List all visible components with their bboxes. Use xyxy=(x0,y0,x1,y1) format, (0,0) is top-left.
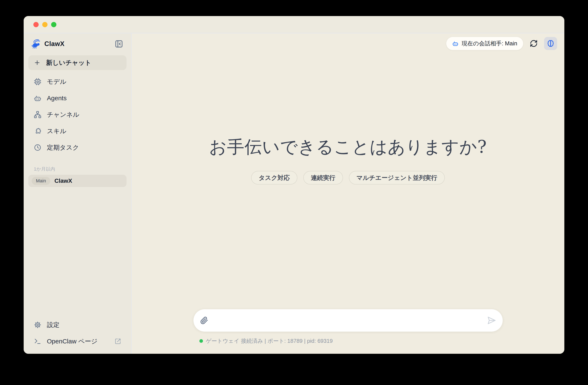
external-link-icon xyxy=(115,338,121,344)
minimize-button[interactable] xyxy=(42,22,47,27)
app-title: ClawX xyxy=(44,40,65,48)
refresh-icon xyxy=(530,40,538,47)
welcome-headline: お手伝いできることはありますか? xyxy=(132,136,564,159)
status-dot-icon xyxy=(199,339,203,343)
message-input[interactable] xyxy=(213,317,483,324)
sidebar-item-scheduled-tasks[interactable]: 定期タスク xyxy=(28,139,126,156)
conversation-label: 現在の会話相手: Main xyxy=(462,40,517,47)
status-text: ゲートウェイ 接続済み | ポート: 18789 | pid: 69319 xyxy=(206,337,333,345)
robot-icon xyxy=(452,40,459,47)
panel-collapse-icon xyxy=(115,40,123,48)
new-chat-button[interactable]: 新しいチャット xyxy=(28,55,126,70)
sidebar-item-channels[interactable]: チャンネル xyxy=(28,106,126,123)
chip-continuous-run[interactable]: 連続実行 xyxy=(303,171,343,184)
lobster-logo-icon xyxy=(31,39,41,49)
sidebar-item-label: チャンネル xyxy=(47,110,79,119)
robot-icon xyxy=(34,94,42,102)
sidebar-item-settings[interactable]: 設定 xyxy=(28,317,126,333)
new-chat-label: 新しいチャット xyxy=(46,59,91,67)
plus-icon xyxy=(34,59,41,66)
sidebar: ClawX 新しいチャット xyxy=(24,33,132,354)
chip-multi-agent-parallel[interactable]: マルチエージェント並列実行 xyxy=(349,171,445,184)
attach-button[interactable] xyxy=(200,316,208,324)
main-area: 現在の会話相手: Main お手伝いできることはありますか? xyxy=(132,33,564,354)
sidebar-item-label: 設定 xyxy=(47,321,60,329)
network-icon xyxy=(34,111,42,118)
history-section-label: 1か月以内 xyxy=(28,166,126,171)
agent-badge: Main xyxy=(32,177,50,185)
suggestion-chips: タスク対応 連続実行 マルチエージェント並列実行 xyxy=(132,171,564,184)
maximize-button[interactable] xyxy=(51,22,56,27)
message-composer[interactable] xyxy=(193,309,503,332)
clock-icon xyxy=(34,144,42,151)
sidebar-item-models[interactable]: モデル xyxy=(28,73,126,90)
send-icon xyxy=(487,316,496,325)
sidebar-item-openclaw-page[interactable]: OpenClaw ページ xyxy=(28,333,126,349)
sidebar-item-agents[interactable]: Agents xyxy=(28,90,126,106)
sidebar-footer: 設定 OpenClaw ページ xyxy=(28,317,126,349)
brain-button[interactable] xyxy=(544,37,557,50)
sidebar-item-skills[interactable]: スキル xyxy=(28,123,126,139)
sidebar-item-label: モデル xyxy=(47,78,66,86)
chat-history-item[interactable]: Main ClawX xyxy=(28,175,126,187)
send-button[interactable] xyxy=(487,316,496,325)
sidebar-item-label: スキル xyxy=(47,127,66,136)
gateway-status: ゲートウェイ 接続済み | ポート: 18789 | pid: 69319 xyxy=(199,337,333,345)
sidebar-nav: モデル Agents xyxy=(28,73,126,156)
collapse-sidebar-button[interactable] xyxy=(114,39,124,49)
puzzle-icon xyxy=(34,127,42,135)
brain-icon xyxy=(546,40,555,47)
sidebar-item-label: Agents xyxy=(47,95,66,102)
chip-task-support[interactable]: タスク対応 xyxy=(251,171,297,184)
header-controls: 現在の会話相手: Main xyxy=(446,37,557,50)
chat-title: ClawX xyxy=(55,178,72,184)
current-conversation-pill[interactable]: 現在の会話相手: Main xyxy=(446,37,523,50)
close-button[interactable] xyxy=(33,22,39,27)
paperclip-icon xyxy=(200,316,208,324)
terminal-icon xyxy=(34,338,42,345)
sidebar-item-label: OpenClaw ページ xyxy=(47,337,98,346)
sidebar-header: ClawX xyxy=(28,37,126,51)
titlebar xyxy=(24,16,564,33)
refresh-button[interactable] xyxy=(530,40,538,47)
app-body: ClawX 新しいチャット xyxy=(24,33,564,354)
cpu-icon xyxy=(34,78,42,85)
app-window: ClawX 新しいチャット xyxy=(24,16,564,354)
gear-icon xyxy=(34,321,42,329)
sidebar-item-label: 定期タスク xyxy=(47,143,79,152)
